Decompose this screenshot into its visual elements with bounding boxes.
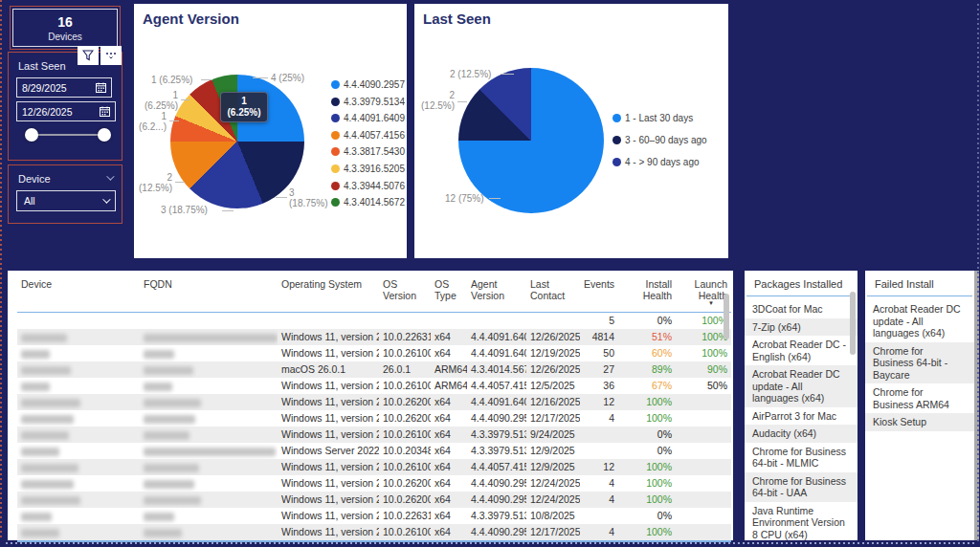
date-range-slider-track[interactable]: [33, 134, 106, 136]
legend-item[interactable]: 4 - > 90 days ago: [612, 157, 707, 167]
table-row[interactable]: Windows 11, version 24H210.0.26100.0x644…: [17, 427, 731, 443]
device-table: DeviceFQDNOperating SystemOS VersionOS T…: [17, 274, 731, 547]
legend-item[interactable]: 4.3.3944.5076: [331, 181, 405, 191]
legend-item[interactable]: 4.3.3979.5134: [331, 97, 405, 107]
list-item[interactable]: Chrome for Business 64-bit - MLMIC: [745, 443, 858, 472]
packages-scrollbar-thumb[interactable]: [850, 292, 856, 355]
table-row[interactable]: Windows 11, version 25H210.0.26200.0x644…: [17, 394, 731, 410]
start-date-input[interactable]: 8/29/2025: [16, 77, 112, 98]
column-header-install-health[interactable]: Install Health: [618, 274, 676, 313]
legend-item[interactable]: 3 - 60–90 days ago: [612, 135, 707, 145]
legend-dot-icon: [331, 164, 340, 173]
legend-item[interactable]: 4.3.3916.5205: [331, 164, 405, 174]
list-item[interactable]: Java Runtime Environment Version 8 CPU (…: [745, 502, 858, 541]
list-item[interactable]: Chrome for Business 64-bit - UAA: [745, 472, 858, 502]
table-row[interactable]: 50%100%: [17, 313, 731, 330]
end-date-input[interactable]: 12/26/2025: [16, 101, 116, 121]
column-header-operating-system[interactable]: Operating System: [278, 274, 379, 313]
legend-item[interactable]: 4.4.4057.4156: [331, 130, 405, 141]
list-item[interactable]: Audacity (x64): [745, 425, 858, 443]
filter-button[interactable]: [78, 46, 99, 65]
redacted-text: [21, 513, 52, 521]
legend-item[interactable]: 4.3.4014.5672: [331, 197, 405, 208]
pie-tooltip: 1 (6.25%): [220, 92, 268, 122]
column-header-device[interactable]: Device: [17, 274, 140, 313]
table-row[interactable]: Windows 11, version 24H210.0.26100.0ARM6…: [17, 378, 731, 394]
date-range-slider-handle-right[interactable]: [98, 128, 111, 142]
devices-count-value: 16: [57, 14, 73, 30]
date-range-slider-handle-left[interactable]: [25, 128, 38, 142]
legend-item[interactable]: 4.4.4091.6409: [331, 113, 405, 123]
last-seen-slicer: Last Seen 8/29/2025 12/26/2025: [8, 52, 122, 161]
agent-version-chart-title: Agent Version: [134, 4, 407, 27]
legend-item[interactable]: 4.4.4090.2957: [331, 79, 405, 90]
column-header-fqdn[interactable]: FQDN: [140, 274, 278, 313]
redacted-text: [144, 350, 174, 359]
legend-dot-icon: [331, 182, 340, 190]
redacted-text: [144, 366, 193, 375]
column-header-events[interactable]: Events: [580, 274, 618, 313]
chevron-down-icon[interactable]: [106, 172, 114, 180]
list-item[interactable]: Chrome for Business ARM64: [865, 383, 974, 413]
legend-dot-icon: [612, 136, 621, 144]
table-row[interactable]: Windows 11, version 23H210.0.22631.0x644…: [17, 508, 731, 524]
redacted-text: [21, 366, 71, 375]
table-row[interactable]: Windows 11, version 25H210.0.26200.0x644…: [17, 492, 731, 508]
device-slicer: Device All: [8, 164, 122, 224]
devices-count-card[interactable]: 16 Devices: [10, 6, 121, 50]
table-row[interactable]: Windows 11, version 24H210.0.26100.0x644…: [17, 459, 731, 475]
redacted-text: [144, 334, 278, 342]
table-row[interactable]: Windows 11, version 25H210.0.26200.0x644…: [17, 475, 731, 492]
legend-item[interactable]: 4.3.3817.5430: [331, 146, 405, 157]
table-row[interactable]: Windows 11, version 24H210.0.26100.0x644…: [17, 524, 731, 541]
legend-dot-icon: [331, 198, 340, 207]
table-scrollbar-thumb[interactable]: [724, 294, 729, 339]
pie-callout: 1 (6.2...): [134, 111, 167, 132]
column-header-os-version[interactable]: OS Version: [379, 274, 431, 313]
devices-count-card-inner: 16 Devices: [12, 9, 118, 47]
redacted-text: [21, 399, 80, 407]
pie-callout: 12 (75%): [445, 193, 484, 204]
devices-count-label: Devices: [48, 32, 82, 42]
calendar-icon[interactable]: [96, 82, 106, 93]
list-item[interactable]: 7-Zip (x64): [745, 318, 858, 337]
redacted-text: [144, 480, 194, 489]
redacted-text: [144, 431, 189, 440]
list-item[interactable]: 3DCoat for Mac: [745, 300, 858, 318]
legend-label: 4.4.4090.2957: [344, 79, 405, 90]
more-options-button[interactable]: [100, 46, 122, 65]
list-item[interactable]: Acrobat Reader DC update - All languages…: [865, 300, 974, 342]
redacted-text: [21, 415, 74, 424]
legend-label: 4.4.4057.4156: [344, 130, 405, 141]
list-item[interactable]: Kiosk Setup: [865, 413, 974, 431]
device-dropdown[interactable]: All: [16, 190, 116, 211]
calendar-icon[interactable]: [100, 106, 110, 117]
redacted-text: [21, 334, 67, 342]
legend-dot-icon: [612, 158, 621, 166]
table-row[interactable]: macOS 26.0.126.0.1ARM644.3.4014.567212/2…: [17, 361, 731, 378]
column-header-last-contact[interactable]: Last Contact: [526, 274, 580, 313]
table-row[interactable]: Windows Server 202210.0.20348.0x644.3.39…: [17, 443, 731, 459]
legend-label: 1 - Last 30 days: [625, 113, 693, 123]
column-header-os-type[interactable]: OS Type: [431, 274, 467, 313]
column-header-agent-version[interactable]: Agent Version: [467, 274, 526, 313]
list-item[interactable]: AirParrot 3 for Mac: [745, 407, 858, 426]
redacted-text: [21, 480, 74, 489]
failed-install-list: Acrobat Reader DC update - All languages…: [865, 300, 974, 431]
device-table-panel: DeviceFQDNOperating SystemOS VersionOS T…: [8, 271, 733, 540]
table-row[interactable]: Windows 11, version 23H210.0.22631.0x644…: [17, 329, 731, 345]
list-item[interactable]: Acrobat Reader DC update - All languages…: [745, 365, 858, 407]
last-seen-pie[interactable]: [458, 68, 604, 213]
redacted-text: [144, 415, 195, 424]
pie-callout: 3 (18.75%): [289, 187, 328, 208]
list-item[interactable]: Acrobat Reader DC - English (x64): [745, 336, 858, 365]
pie-callout: 3 (18.75%): [161, 205, 208, 215]
list-item[interactable]: Chrome for Business 64-bit - Baycare: [865, 342, 974, 384]
table-row[interactable]: Windows 11, version 24H210.0.26100.0x644…: [17, 345, 731, 361]
canvas-selection-edge-left: [0, 0, 2, 539]
legend-label: 4.3.3979.5134: [344, 97, 405, 107]
table-row[interactable]: Windows 11, version 25H210.0.26200.0x644…: [17, 410, 731, 427]
legend-item[interactable]: 1 - Last 30 days: [612, 113, 707, 123]
legend-dot-icon: [331, 98, 340, 106]
legend-dot-icon: [612, 114, 621, 122]
